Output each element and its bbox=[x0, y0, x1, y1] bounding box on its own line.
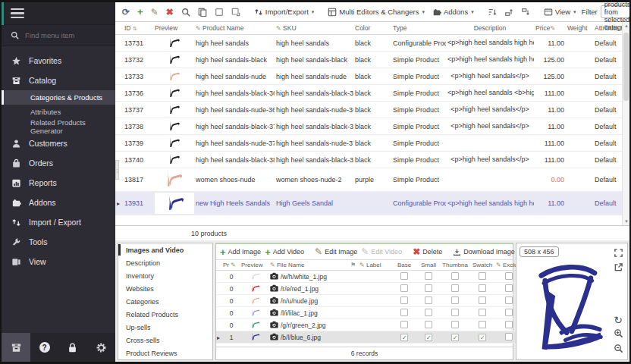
exclude-checkbox[interactable] bbox=[505, 321, 513, 328]
table-row[interactable]: 13731 high heel sandalshigh heel sandals… bbox=[115, 35, 629, 52]
column-weight[interactable]: Weight bbox=[566, 22, 593, 35]
zoom-in-button[interactable] bbox=[614, 328, 623, 341]
tab-product-reviews[interactable]: Product Reviews bbox=[118, 347, 212, 359]
multi-editors-button[interactable]: Multi Editors & Changers▾ bbox=[325, 6, 427, 18]
menu-search-input[interactable] bbox=[25, 31, 101, 39]
help-button[interactable]: ? bbox=[30, 342, 58, 353]
column-type[interactable]: Type bbox=[391, 22, 446, 35]
exclude-checkbox[interactable] bbox=[505, 284, 513, 292]
fullscreen-button[interactable] bbox=[614, 247, 623, 261]
expand-rows-button[interactable] bbox=[502, 6, 516, 18]
table-row[interactable]: 13736 high heel sandals-black-36high hee… bbox=[115, 85, 629, 102]
small-checkbox[interactable] bbox=[425, 284, 432, 292]
table-row[interactable]: 13740 high heel sandals-black-38high hee… bbox=[115, 152, 629, 168]
sidebar-item-attributes[interactable]: Attributes bbox=[2, 105, 115, 119]
column-product-name[interactable]: ✎ Product Name bbox=[194, 22, 275, 35]
tab-inventory[interactable]: Inventory bbox=[118, 269, 212, 282]
swatch-checkbox[interactable] bbox=[479, 284, 486, 292]
image-row-selected[interactable]: ▸1 /b/l/blue_6.jpg ✓ ✓ ✓ ✓ bbox=[216, 331, 523, 344]
swatch-checkbox[interactable] bbox=[479, 272, 486, 280]
small-checkbox[interactable] bbox=[425, 297, 432, 304]
import-export-button[interactable]: Import/Export▾ bbox=[252, 6, 317, 18]
column-flag[interactable]: ⚑ bbox=[350, 260, 359, 271]
table-row-selected[interactable]: ▸13931 new High Heels SandalsHigh Geels … bbox=[115, 192, 629, 215]
column-file-name[interactable]: ✎ File Name bbox=[269, 260, 350, 271]
sidebar-item-view[interactable]: View bbox=[2, 252, 115, 271]
select-button[interactable] bbox=[212, 6, 226, 18]
add-image-button[interactable]: +Add Image bbox=[220, 247, 261, 257]
store-selector-button[interactable] bbox=[2, 333, 30, 362]
tab-images-and-video[interactable]: Images and Video bbox=[118, 243, 212, 256]
column-position[interactable]: Pr ✎ bbox=[222, 260, 240, 271]
small-checkbox[interactable] bbox=[425, 321, 432, 328]
thumbnail-checkbox[interactable] bbox=[451, 309, 459, 316]
collapse-rows-button[interactable] bbox=[519, 6, 532, 18]
delete-image-button[interactable]: ✖Delete bbox=[413, 247, 442, 256]
sort-button[interactable] bbox=[485, 6, 499, 18]
table-row[interactable]: 13738 high heel sandals-black-37high hee… bbox=[115, 118, 629, 135]
scroll-up-icon[interactable]: ▲ bbox=[624, 24, 629, 28]
column-swatch[interactable]: Swatch bbox=[469, 260, 495, 271]
column-id[interactable]: ID ⇅ bbox=[123, 22, 153, 35]
sidebar-item-reports[interactable]: Reports bbox=[2, 173, 115, 193]
exclude-checkbox[interactable] bbox=[505, 309, 513, 316]
swatch-checkbox[interactable] bbox=[479, 309, 486, 316]
open-external-button[interactable] bbox=[614, 262, 623, 275]
base-checkbox[interactable] bbox=[400, 321, 408, 328]
hamburger-menu-icon[interactable] bbox=[11, 8, 24, 19]
table-row[interactable]: 13732 high heel sandals-blackhigh heel s… bbox=[115, 52, 629, 68]
sidebar-item-related-products-generator[interactable]: Related Products Generator bbox=[2, 119, 115, 133]
vertical-scrollbar[interactable]: ▲ ▼ bbox=[622, 22, 629, 225]
table-row[interactable]: 13739 high heel sandals-nude-37high heel… bbox=[115, 135, 629, 152]
base-checkbox[interactable] bbox=[400, 297, 408, 304]
download-image-button[interactable]: Download Image bbox=[453, 248, 515, 256]
delete-product-button[interactable]: ✖ bbox=[164, 6, 176, 18]
sidebar-item-favorites[interactable]: Favorites bbox=[2, 51, 115, 71]
image-row[interactable]: 0 /w/h/white_1.jpg bbox=[216, 271, 523, 283]
small-checkbox[interactable]: ✓ bbox=[425, 334, 432, 341]
table-row[interactable]: 13737 high heel sandals-nude-36high heel… bbox=[115, 102, 629, 118]
lock-button[interactable] bbox=[58, 342, 86, 353]
swatch-checkbox[interactable]: ✓ bbox=[479, 334, 486, 341]
category-filter-select[interactable]: Show products from selected categories ▾ bbox=[601, 5, 631, 18]
base-checkbox[interactable]: ✓ bbox=[400, 334, 408, 341]
sidebar-item-addons[interactable]: Addons bbox=[2, 193, 115, 212]
copy-button[interactable] bbox=[196, 6, 209, 18]
column-base[interactable]: Base bbox=[392, 260, 416, 271]
view-button[interactable]: View▾ bbox=[542, 6, 579, 18]
image-row[interactable]: 0 /l/i/lilac_1.jpg bbox=[216, 307, 523, 319]
settings-button[interactable] bbox=[87, 342, 115, 353]
thumbnail-checkbox[interactable] bbox=[451, 297, 459, 304]
column-price[interactable]: Price✎ bbox=[534, 22, 566, 35]
edit-image-button[interactable]: ✎Edit Image bbox=[315, 247, 357, 256]
sidebar-item-orders[interactable]: Orders bbox=[2, 153, 115, 173]
search-button[interactable] bbox=[179, 6, 193, 18]
column-color[interactable]: Color bbox=[353, 22, 391, 35]
thumbnail-checkbox[interactable] bbox=[451, 284, 459, 292]
add-video-button[interactable]: +Add Video bbox=[265, 247, 304, 257]
refresh-button[interactable]: ⟳ bbox=[120, 6, 132, 18]
scroll-down-icon[interactable]: ▼ bbox=[624, 219, 629, 224]
column-preview[interactable]: Preview bbox=[240, 260, 269, 271]
base-checkbox[interactable] bbox=[400, 284, 408, 292]
small-checkbox[interactable] bbox=[425, 309, 432, 316]
clone-button[interactable] bbox=[229, 6, 243, 18]
base-checkbox[interactable] bbox=[400, 309, 408, 316]
exclude-checkbox[interactable] bbox=[505, 333, 513, 340]
sidebar-item-tools[interactable]: Tools bbox=[2, 232, 115, 252]
addons-button[interactable]: Addons▾ bbox=[430, 6, 476, 18]
column-description[interactable]: Description bbox=[446, 22, 534, 35]
column-small[interactable]: Small bbox=[416, 260, 441, 271]
edit-product-button[interactable]: ✎ bbox=[149, 6, 161, 18]
image-row[interactable]: 0 /g/r/green_2.jpg bbox=[216, 319, 523, 331]
table-row[interactable]: 13733 high heel sandals-nudehigh heel sa… bbox=[115, 68, 629, 85]
column-preview[interactable]: Preview bbox=[153, 22, 194, 35]
swatch-checkbox[interactable] bbox=[479, 321, 486, 328]
thumbnail-checkbox[interactable] bbox=[451, 272, 459, 280]
column-label[interactable]: ✎ Label bbox=[359, 260, 392, 271]
scrollbar-thumb[interactable] bbox=[623, 33, 629, 101]
exclude-checkbox[interactable] bbox=[505, 272, 513, 280]
tab-websites[interactable]: Websites bbox=[118, 282, 212, 295]
tab-categories[interactable]: Categories bbox=[118, 295, 212, 308]
sidebar-item-import-export[interactable]: Import / Export bbox=[2, 212, 115, 232]
